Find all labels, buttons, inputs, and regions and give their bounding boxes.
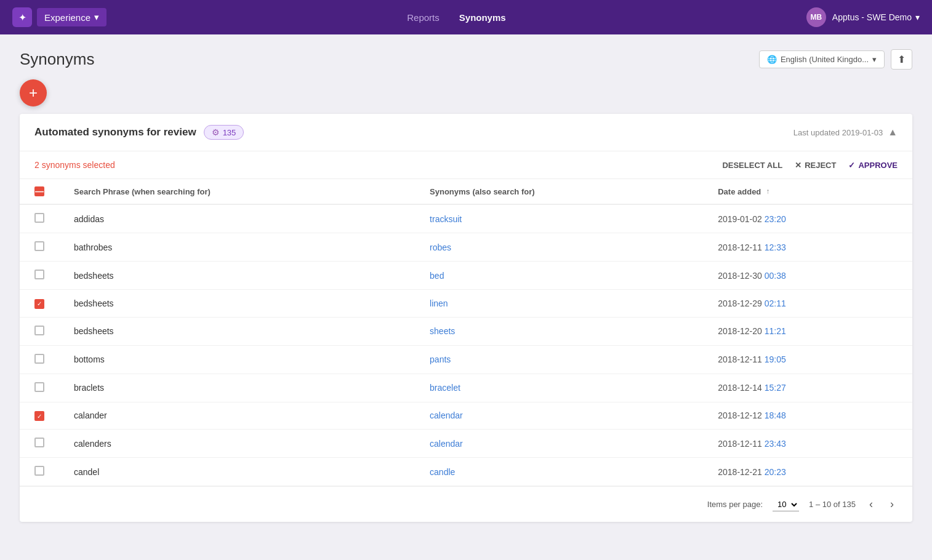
user-menu-button[interactable]: Apptus - SWE Demo ▾	[832, 12, 920, 22]
synonym-cell: candle	[415, 458, 703, 486]
search-phrase-cell: calander	[59, 402, 415, 430]
logo-icon: ✦	[12, 7, 32, 27]
table-row: ✓bedsheetslinen2018-12-29 02:11	[20, 290, 912, 318]
search-phrase-cell: calenders	[59, 430, 415, 458]
row-checkbox[interactable]: ✓	[34, 411, 44, 421]
table-row: addidastracksuit2019-01-02 23:20	[20, 204, 912, 233]
row-checkbox-cell	[20, 430, 59, 458]
row-checkbox-cell	[20, 233, 59, 262]
table-body: addidastracksuit2019-01-02 23:20bathrobe…	[20, 204, 912, 486]
upload-icon: ⬆	[898, 54, 906, 65]
items-per-page-label: Items per page:	[707, 500, 763, 509]
synonym-link[interactable]: bracelet	[430, 383, 460, 393]
row-checkbox[interactable]	[34, 354, 44, 364]
approve-button[interactable]: ✓ APPROVE	[848, 161, 898, 170]
next-page-button[interactable]: ›	[886, 495, 898, 513]
synonym-cell: sheets	[415, 317, 703, 345]
row-checkbox[interactable]	[34, 326, 44, 335]
row-checkbox-cell	[20, 262, 59, 290]
date-added-cell: 2018-12-11 23:43	[703, 430, 912, 458]
date-added-cell: 2018-12-30 00:38	[703, 262, 912, 290]
row-checkbox[interactable]	[34, 270, 44, 279]
date-added-cell: 2018-12-21 20:23	[703, 458, 912, 486]
card-header: Automated synonyms for review ⚙ 135 Last…	[20, 114, 912, 151]
header-synonyms: Synonyms (also search for)	[415, 179, 703, 204]
user-label: Apptus - SWE Demo	[832, 12, 912, 22]
search-phrase-cell: bedsheets	[59, 262, 415, 290]
sort-asc-icon: ↑	[766, 187, 769, 196]
synonym-link[interactable]: tracksuit	[430, 214, 462, 224]
row-checkbox[interactable]	[34, 382, 44, 392]
checkmark-icon: ✓	[848, 161, 855, 170]
approve-label: APPROVE	[858, 161, 898, 170]
synonym-link[interactable]: calendar	[430, 410, 463, 420]
synonym-link[interactable]: pants	[430, 354, 451, 364]
header-date-added[interactable]: Date added ↑	[703, 179, 912, 204]
search-phrase-cell: bedsheets	[59, 290, 415, 318]
nav-synonyms-link[interactable]: Synonyms	[459, 12, 506, 23]
row-checkbox-cell	[20, 204, 59, 233]
chevron-down-icon: ▾	[94, 12, 99, 23]
nav-left: ✦ Experience ▾	[12, 7, 106, 27]
add-synonym-button[interactable]: +	[20, 79, 47, 106]
collapse-button[interactable]: ▲	[888, 127, 898, 138]
card-header-left: Automated synonyms for review ⚙ 135	[34, 125, 244, 140]
settings-icon: ⚙	[212, 127, 220, 137]
deselect-all-button[interactable]: DESELECT ALL	[722, 161, 782, 170]
row-checkbox[interactable]: ✓	[34, 299, 44, 309]
last-updated-label: Last updated 2019-01-03	[793, 128, 883, 137]
plus-icon: +	[29, 84, 38, 102]
row-checkbox[interactable]	[34, 438, 44, 447]
top-navigation: ✦ Experience ▾ Reports Synonyms MB Apptu…	[0, 0, 932, 34]
close-icon: ✕	[795, 161, 801, 170]
search-phrase-cell: braclets	[59, 374, 415, 402]
language-selector-button[interactable]: 🌐 English (United Kingdo... ▾	[759, 50, 885, 68]
prev-page-button[interactable]: ‹	[866, 495, 877, 513]
avatar: MB	[806, 7, 826, 27]
synonym-cell: bracelet	[415, 374, 703, 402]
row-checkbox-cell	[20, 458, 59, 486]
synonym-cell: bed	[415, 262, 703, 290]
synonym-link[interactable]: candle	[430, 467, 455, 477]
synonym-cell: calendar	[415, 430, 703, 458]
card-title: Automated synonyms for review	[34, 126, 196, 138]
synonym-link[interactable]: sheets	[430, 326, 455, 336]
synonym-link[interactable]: linen	[430, 298, 448, 308]
reject-label: REJECT	[805, 161, 836, 170]
synonym-link[interactable]: calendar	[430, 439, 463, 449]
synonyms-card: Automated synonyms for review ⚙ 135 Last…	[20, 114, 912, 522]
synonym-link[interactable]: robes	[430, 242, 451, 252]
nav-reports-link[interactable]: Reports	[407, 12, 440, 23]
table-row: bedsheetssheets2018-12-20 11:21	[20, 317, 912, 345]
upload-button[interactable]: ⬆	[891, 49, 912, 70]
reject-button[interactable]: ✕ REJECT	[795, 161, 836, 170]
items-per-page-select[interactable]: 10 25 50	[773, 498, 799, 511]
table-row: candelcandle2018-12-21 20:23	[20, 458, 912, 486]
date-added-cell: 2018-12-20 11:21	[703, 317, 912, 345]
date-added-cell: 2018-12-14 15:27	[703, 374, 912, 402]
search-phrase-cell: bedsheets	[59, 317, 415, 345]
row-checkbox[interactable]	[34, 241, 44, 251]
date-added-cell: 2018-12-11 12:33	[703, 233, 912, 262]
chevron-left-icon: ‹	[869, 498, 873, 510]
synonym-cell: linen	[415, 290, 703, 318]
row-checkbox[interactable]	[34, 213, 44, 223]
table-row: calenderscalendar2018-12-11 23:43	[20, 430, 912, 458]
page-wrapper: Synonyms 🌐 English (United Kingdo... ▾ ⬆…	[0, 34, 932, 537]
experience-dropdown-button[interactable]: Experience ▾	[37, 8, 106, 26]
table-row: bedsheetsbed2018-12-30 00:38	[20, 262, 912, 290]
count-badge: ⚙ 135	[204, 125, 244, 140]
page-title: Synonyms	[20, 50, 94, 69]
search-phrase-cell: addidas	[59, 204, 415, 233]
action-buttons: DESELECT ALL ✕ REJECT ✓ APPROVE	[722, 161, 898, 170]
chevron-down-icon: ▾	[872, 55, 877, 64]
date-added-cell: 2018-12-29 02:11	[703, 290, 912, 318]
search-phrase-cell: candel	[59, 458, 415, 486]
synonym-link[interactable]: bed	[430, 271, 444, 281]
search-phrase-cell: bathrobes	[59, 233, 415, 262]
header-checkbox[interactable]: —	[34, 186, 44, 196]
header-search-phrase: Search Phrase (when searching for)	[59, 179, 415, 204]
chevron-right-icon: ›	[890, 498, 894, 510]
date-added-cell: 2018-12-12 18:48	[703, 402, 912, 430]
row-checkbox[interactable]	[34, 466, 44, 476]
